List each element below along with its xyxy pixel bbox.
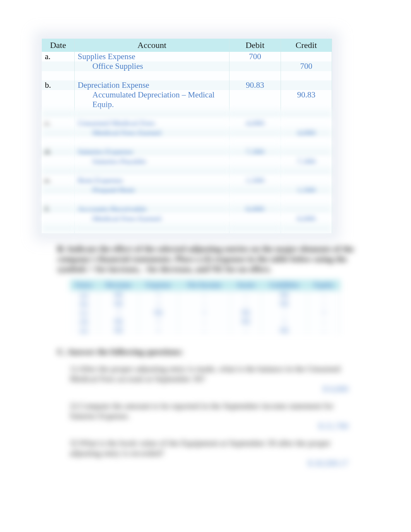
journal-row: f.Accounts Receivable6,000 <box>42 205 332 214</box>
effects-cell: + <box>308 309 341 317</box>
journal-date-cell <box>42 195 74 205</box>
journal-debit-cell <box>229 214 281 224</box>
journal-credit-cell: 6,000 <box>281 214 332 224</box>
journal-credit-cell <box>281 109 332 119</box>
effects-cell: (e) <box>70 326 98 335</box>
journal-debit-cell <box>229 109 281 119</box>
effects-table: EntryRevenueExpenseNet IncomeAssetsLiabi… <box>70 280 341 335</box>
journal-date-cell <box>42 90 74 109</box>
journal-credit-cell <box>281 224 332 233</box>
journal-row: b.Depreciation Expense90.83 <box>42 80 332 90</box>
effects-cell: + <box>98 309 139 317</box>
journal-credit-cell <box>281 119 332 128</box>
effects-cell: (a) <box>70 291 98 300</box>
effects-cell: - <box>178 291 231 300</box>
journal-credit-cell <box>281 138 332 147</box>
effects-cell: - <box>308 291 341 300</box>
journal-account-cell: Medical Fees Earned <box>74 214 229 224</box>
effects-header: Expense <box>139 280 178 291</box>
journal-debit-cell: 700 <box>229 52 281 61</box>
effects-cell: + <box>139 291 178 300</box>
journal-row <box>42 224 332 233</box>
journal-row <box>42 71 332 80</box>
journal-account-cell <box>74 109 229 119</box>
q2-text: 2) Compute the amount to be reported in … <box>70 401 334 421</box>
effects-cell: + <box>261 317 308 326</box>
section-b-prompt: B. Indicate the effect of the selected a… <box>57 244 359 274</box>
journal-entries-table: Date Account Debit Credit a.Supplies Exp… <box>42 39 332 233</box>
section-c-heading-text: Answer the following questions: <box>67 347 183 356</box>
journal-credit-cell <box>281 71 332 80</box>
journal-debit-cell <box>229 195 281 205</box>
effects-cell: - <box>231 326 261 335</box>
effects-cell: NE <box>231 317 261 326</box>
effects-cell: + <box>178 309 231 317</box>
journal-credit-cell: 7,300 <box>281 157 332 167</box>
q1-text: 1) After the proper adjusting entry is m… <box>70 364 341 384</box>
effects-cell: NE <box>139 309 178 317</box>
journal-debit-cell <box>229 157 281 167</box>
effects-cell: - <box>231 291 261 300</box>
journal-date-cell <box>42 167 74 176</box>
journal-account-cell: Office Supplies <box>74 61 229 71</box>
journal-date-cell: e. <box>42 176 74 186</box>
journal-row: Medical Fees Earned4,000 <box>42 128 332 138</box>
journal-debit-cell <box>229 167 281 176</box>
journal-date-cell <box>42 109 74 119</box>
journal-credit-cell <box>281 195 332 205</box>
journal-date-cell <box>42 71 74 80</box>
journal-account-cell <box>74 167 229 176</box>
question-1: 1) After the proper adjusting entry is m… <box>70 364 348 394</box>
journal-debit-cell <box>229 186 281 195</box>
effects-cell: - <box>308 317 341 326</box>
effects-cell: + <box>139 326 178 335</box>
journal-date-cell <box>42 214 74 224</box>
journal-debit-cell <box>229 224 281 233</box>
effects-cell: + <box>139 317 178 326</box>
effects-cell: - <box>178 317 231 326</box>
journal-date-cell <box>42 138 74 147</box>
journal-date-cell: b. <box>42 80 74 90</box>
effects-header: Revenue <box>98 280 139 291</box>
q1-answer: $ 6,000 <box>323 384 348 394</box>
journal-account-cell: Prepaid Rent <box>74 186 229 195</box>
journal-debit-cell: 90.83 <box>229 80 281 90</box>
journal-date-cell <box>42 128 74 138</box>
journal-debit-cell: 4,000 <box>229 119 281 128</box>
journal-account-cell <box>74 138 229 147</box>
journal-debit-cell: 6,000 <box>229 205 281 214</box>
effects-cell: - <box>178 300 231 309</box>
journal-debit-cell <box>229 138 281 147</box>
journal-account-cell: Medical Fees Earned <box>74 128 229 138</box>
journal-row: Accumulated Depreciation – Medical Equip… <box>42 90 332 109</box>
journal-date-cell: a. <box>42 52 74 61</box>
journal-credit-cell <box>281 205 332 214</box>
effects-row: (a)NE+--NE- <box>70 291 341 300</box>
journal-credit-cell <box>281 176 332 186</box>
journal-account-cell: Accumulated Depreciation – Medical Equip… <box>74 90 229 109</box>
journal-debit-cell <box>229 71 281 80</box>
journal-row <box>42 195 332 205</box>
journal-credit-cell <box>281 167 332 176</box>
journal-row: a.Supplies Expense700 <box>42 52 332 61</box>
journal-credit-cell <box>281 80 332 90</box>
question-2: 2) Compute the amount to be reported in … <box>70 401 348 431</box>
journal-date-cell <box>42 157 74 167</box>
section-b-text: Indicate the effect of the selected adju… <box>57 244 354 274</box>
journal-row: Office Supplies700 <box>42 61 332 71</box>
journal-account-cell: Salaries Expense <box>74 147 229 157</box>
journal-row: e.Rent Expense1,500 <box>42 176 332 186</box>
journal-row: Salaries Payable7,300 <box>42 157 332 167</box>
effects-cell: NE <box>261 291 308 300</box>
journal-account-cell: Rent Expense <box>74 176 229 186</box>
journal-account-cell <box>74 71 229 80</box>
effects-cell: (c) <box>70 309 98 317</box>
effects-row: (b)NE+--NE- <box>70 300 341 309</box>
journal-row <box>42 109 332 119</box>
effects-row: (e)NE+--NE- <box>70 326 341 335</box>
journal-debit-cell <box>229 61 281 71</box>
journal-date-cell: d. <box>42 147 74 157</box>
journal-date-cell <box>42 224 74 233</box>
effects-header: Liabilities <box>261 280 308 291</box>
effects-cell: NE <box>98 326 139 335</box>
